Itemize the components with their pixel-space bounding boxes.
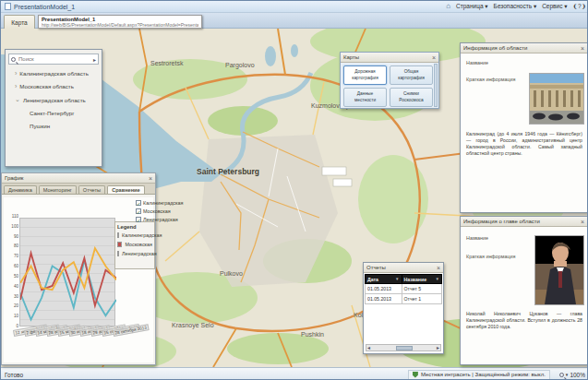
legend-item[interactable]: Московская [117, 242, 152, 247]
series-name: Ленинградская [122, 251, 157, 256]
layer-item-moscow[interactable]: › Московская область [15, 83, 102, 89]
button-line2: Роскосмоса [399, 98, 423, 103]
tools-menu[interactable]: Сервис ▾ [542, 3, 567, 10]
cell-date: 01.05.2013 [366, 294, 402, 304]
expand-arrow-icon[interactable]: › [15, 70, 17, 77]
series-name: Калининградская [122, 232, 162, 238]
basemap-roads-button[interactable]: Дорожная картография [343, 65, 387, 85]
close-icon[interactable]: × [581, 45, 584, 52]
basemap-imagery-button[interactable]: Снимки Роскосмоса [390, 88, 433, 107]
close-icon[interactable]: × [581, 219, 584, 225]
chart-tabs: Динамика Мониторинг Отчеты Сравнение [2, 184, 155, 195]
checkbox-label: Ленинградская [143, 217, 178, 222]
cell-date: 01.05.2013 [366, 284, 402, 294]
chart-panel: График × Динамика Мониторинг Отчеты Срав… [1, 172, 156, 365]
checkbox-checked-icon[interactable]: ✓ [136, 200, 141, 206]
button-line2: картография [398, 76, 425, 81]
horizontal-scrollbar[interactable]: ◄ ► [366, 344, 441, 351]
sort-icon: ▼ [395, 277, 399, 281]
sort-icon: ▼ [436, 277, 439, 281]
zone-text: Местная интрасеть | Защищённый режим: вы… [421, 372, 546, 377]
close-icon[interactable]: × [437, 265, 440, 271]
governor-info-panel: Информация о главе области × Название Кр… [460, 216, 588, 365]
scroll-left-icon[interactable]: ◄ [366, 345, 371, 350]
scroll-right-icon[interactable]: ► [436, 345, 440, 350]
reports-panel-header[interactable]: Отчеты × [364, 263, 443, 273]
series-checkbox[interactable]: ✓ Калининградская [136, 200, 183, 206]
layer-item-pushkin[interactable]: Пушкин [30, 123, 102, 129]
map-label-pushkin: Pushkin [301, 331, 324, 338]
tab-reports[interactable]: Отчеты [78, 185, 105, 194]
legend-item[interactable]: Калининградская [117, 232, 152, 238]
close-icon[interactable]: × [149, 175, 152, 182]
map-label-sestroretsk: Sestroretsk [150, 60, 183, 66]
governor-info-title: Информация о главе области [463, 219, 540, 224]
name-label: Название [466, 60, 488, 65]
button-line2: местности [354, 98, 376, 103]
close-icon[interactable]: × [432, 54, 436, 61]
search-input[interactable] [18, 56, 92, 62]
column-header-name[interactable]: Название ▼ [402, 275, 441, 284]
series-swatch [117, 232, 119, 238]
magnifier-icon [559, 373, 564, 377]
tab-map[interactable]: Карта [4, 15, 35, 29]
map-label-pargolovo: Pargolovo [225, 62, 255, 68]
chart-panel-header[interactable]: График × [2, 173, 155, 184]
scrollbar[interactable] [434, 64, 438, 107]
tab-dynamics[interactable]: Динамика [4, 185, 37, 194]
window-title: PresentationModel_1 [14, 4, 75, 10]
chart-body: 1101009080706050403020100 12 января 2013… [4, 197, 153, 362]
basemap-terrain-button[interactable]: Данные местности [343, 88, 387, 107]
checkbox-checked-icon[interactable]: ✓ [136, 208, 141, 214]
reports-table: Дата ▼ Название ▼ 01.05.2013 Отчет 5 01.… [365, 274, 442, 304]
expand-arrow-icon[interactable]: › [15, 83, 17, 89]
cell-name: Отчет 1 [402, 294, 441, 304]
zoom-level: 100% [570, 372, 585, 378]
basemap-panel-header[interactable]: Карты × [341, 53, 438, 63]
legend-item[interactable]: Ленинградская [117, 251, 152, 256]
status-bar: Готово Местная интрасеть | Защищённый ре… [1, 367, 588, 380]
layer-label: Московская область [19, 83, 74, 89]
tab-comparison[interactable]: Сравнение [107, 185, 144, 194]
chart-lines [20, 219, 116, 327]
layer-item-leningrad[interactable]: ⌄ Ленинградская область [15, 96, 102, 103]
zoom-dropdown-icon[interactable]: ▾ [566, 372, 569, 377]
series-checkbox[interactable]: ✓ Ленинградская [136, 217, 183, 222]
home-icon[interactable]: ⌂ [446, 2, 450, 10]
cell-name: Отчет 5 [402, 284, 441, 294]
table-row[interactable]: 01.05.2013 Отчет 1 [366, 294, 442, 304]
expand-arrow-icon[interactable]: ⌄ [15, 96, 20, 103]
governor-info-header[interactable]: Информация о главе области × [461, 217, 587, 227]
help-menu[interactable]: ❨?❩ [572, 3, 586, 10]
chart-x-axis: 12 января 20132 февраля 201314 марта 201… [13, 328, 151, 343]
window-titlebar: PresentationModel_1 ⌂ Страница ▾ Безопас… [1, 1, 588, 13]
scroll-thumb[interactable] [396, 346, 413, 350]
safety-menu[interactable]: Безопасность ▾ [494, 3, 537, 10]
layer-search[interactable]: ▸ [8, 53, 99, 65]
info-label: Краткая информация [466, 77, 516, 82]
series-swatch [117, 242, 122, 247]
region-info-header[interactable]: Информация об области × [461, 43, 587, 53]
name-label: Название [466, 235, 488, 241]
reports-panel: Отчеты × Дата ▼ Название ▼ 01.05.2013 От… [363, 262, 444, 354]
zoom-control[interactable]: ▾ 100% [559, 372, 585, 378]
layer-item-kaliningrad[interactable]: › Калининградская область [15, 70, 102, 77]
basemap-general-button[interactable]: Общая картография [390, 65, 433, 85]
series-checkbox[interactable]: ✓ Московская [136, 208, 183, 214]
checkbox-checked-icon[interactable]: ✓ [136, 217, 141, 222]
tab-monitoring[interactable]: Мониторинг [39, 185, 77, 194]
column-header-date[interactable]: Дата ▼ [366, 275, 402, 284]
tab-tooltip: PresentationModel_1 http://web/BIS/Prese… [38, 15, 202, 29]
layer-item-saint-petersburg[interactable]: Санкт-Петербург [30, 110, 102, 116]
page-menu[interactable]: Страница ▾ [456, 3, 488, 10]
column-label: Дата [367, 277, 378, 282]
table-row[interactable]: 01.05.2013 Отчет 5 [366, 284, 442, 294]
map-label-saint-petersburg: Saint Petersburg [197, 167, 259, 176]
basemap-grid: Дорожная картография Общая картография Д… [341, 63, 438, 110]
building-photo [529, 73, 584, 125]
chevron-right-icon[interactable]: ▸ [93, 56, 96, 63]
column-label: Название [404, 277, 427, 282]
region-info-panel: Информация об области × Название Краткая… [460, 42, 588, 213]
basemap-panel-title: Карты [343, 54, 359, 60]
portrait-photo [534, 235, 584, 305]
